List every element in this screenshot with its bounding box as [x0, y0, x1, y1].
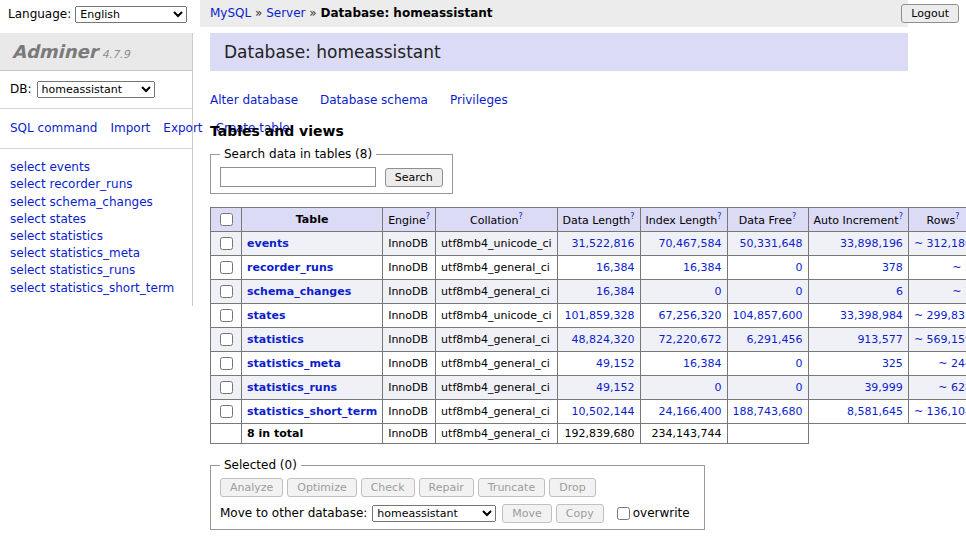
- search-input[interactable]: [220, 167, 376, 187]
- index-length-link[interactable]: 16,384: [683, 357, 722, 370]
- index-length-link[interactable]: 24,166,400: [659, 405, 722, 418]
- index-length-link[interactable]: 0: [715, 285, 722, 298]
- row-checkbox[interactable]: [220, 357, 233, 370]
- data-free-link[interactable]: 50,331,648: [740, 237, 803, 250]
- table-row: statesInnoDButf8mb4_unicode_ci101,859,32…: [211, 304, 966, 328]
- bulk-repair-button: Repair: [419, 478, 474, 497]
- auto-increment-link[interactable]: 33,398,984: [840, 309, 903, 322]
- sidebar-table-link-select-schema-changes[interactable]: select schema_changes: [10, 194, 182, 210]
- data-length-link[interactable]: 10,502,144: [572, 405, 635, 418]
- rows-link[interactable]: ~ 244: [938, 357, 966, 370]
- auto-increment-link[interactable]: 6: [896, 285, 903, 298]
- overwrite-checkbox[interactable]: [617, 507, 630, 520]
- sidebar-table-link-select-states[interactable]: select states: [10, 211, 182, 227]
- sidebar-table-link-select-statistics-runs[interactable]: select statistics_runs: [10, 262, 182, 278]
- auto-increment-link[interactable]: 325: [882, 357, 903, 370]
- rows-link[interactable]: ~ 5: [952, 261, 966, 274]
- breadcrumb-current: Database: homeassistant: [321, 6, 493, 20]
- data-free-link[interactable]: 188,743,680: [733, 405, 803, 418]
- data-length-link[interactable]: 49,152: [596, 381, 635, 394]
- data-length-link[interactable]: 31,522,816: [572, 237, 635, 250]
- sidebar: Adminer4.7.9 DB:homeassistant SQL comman…: [0, 33, 193, 306]
- data-free-link[interactable]: 6,291,456: [747, 333, 803, 346]
- sidebar-table-link-select-recorder-runs[interactable]: select recorder_runs: [10, 176, 182, 192]
- move-buttons: MoveCopy: [502, 506, 607, 520]
- sidebar-table-link-select-statistics-short-term[interactable]: select statistics_short_term: [10, 280, 182, 296]
- sidebar-table-link-select-statistics-meta[interactable]: select statistics_meta: [10, 245, 182, 261]
- select-all-checkbox[interactable]: [220, 213, 233, 226]
- table-name-link[interactable]: events: [247, 237, 289, 250]
- rows-link[interactable]: ~ 569,159: [914, 333, 966, 346]
- row-checkbox[interactable]: [220, 333, 233, 346]
- logout-button[interactable]: Logout: [901, 4, 959, 23]
- row-checkbox[interactable]: [220, 405, 233, 418]
- column-help-link[interactable]: ?: [792, 212, 796, 221]
- rows-link[interactable]: ~ 136,108: [914, 405, 966, 418]
- data-length-link[interactable]: 16,384: [596, 261, 635, 274]
- table-name-link[interactable]: statistics_meta: [247, 357, 341, 370]
- auto-increment-link[interactable]: 378: [882, 261, 903, 274]
- index-length-link[interactable]: 70,467,584: [659, 237, 722, 250]
- bulk-optimize-button: Optimize: [287, 478, 356, 497]
- index-length-link[interactable]: 67,256,320: [659, 309, 722, 322]
- move-row: Move to other database:homeassistantMove…: [220, 504, 695, 523]
- index-length-link[interactable]: 0: [715, 381, 722, 394]
- rows-link[interactable]: ~ 312,180: [914, 237, 966, 250]
- row-checkbox[interactable]: [220, 381, 233, 394]
- data-length-link[interactable]: 48,824,320: [572, 333, 635, 346]
- table-name-link[interactable]: states: [247, 309, 286, 322]
- total-label: 8 in total: [242, 424, 383, 444]
- search-button[interactable]: Search: [385, 168, 443, 187]
- data-free-link[interactable]: 104,857,600: [733, 309, 803, 322]
- sidebar-table-link-select-statistics[interactable]: select statistics: [10, 228, 182, 244]
- table-name-link[interactable]: statistics: [247, 333, 304, 346]
- row-checkbox[interactable]: [220, 237, 233, 250]
- data-free-link[interactable]: 0: [796, 261, 803, 274]
- sidebar-command-link-import[interactable]: Import: [110, 121, 150, 135]
- db-action-link-privileges[interactable]: Privileges: [450, 93, 508, 107]
- language-label: Language:: [8, 7, 71, 21]
- table-name-link[interactable]: statistics_runs: [247, 381, 337, 394]
- column-help-link[interactable]: ?: [899, 212, 903, 221]
- db-action-link-alter-database[interactable]: Alter database: [210, 93, 298, 107]
- table-name-link[interactable]: statistics_short_term: [247, 405, 377, 418]
- rows-link[interactable]: ~ 299,833: [914, 309, 966, 322]
- data-length-link[interactable]: 16,384: [596, 285, 635, 298]
- auto-increment-link[interactable]: 8,581,645: [847, 405, 903, 418]
- column-help-link[interactable]: ?: [518, 212, 522, 221]
- data-length-link[interactable]: 101,859,328: [565, 309, 635, 322]
- data-free-link[interactable]: 0: [796, 381, 803, 394]
- language-select[interactable]: English: [75, 6, 187, 23]
- auto-increment-link[interactable]: 913,577: [857, 333, 903, 346]
- move-db-select[interactable]: homeassistant: [372, 505, 496, 522]
- breadcrumb-link[interactable]: Server: [266, 6, 305, 20]
- search-fieldset: Search data in tables (8) Search: [210, 147, 453, 194]
- sidebar-command-link-export[interactable]: Export: [163, 121, 202, 135]
- db-action-link-database-schema[interactable]: Database schema: [320, 93, 428, 107]
- column-help-link[interactable]: ?: [717, 212, 721, 221]
- data-length-link[interactable]: 49,152: [596, 357, 635, 370]
- rows-link[interactable]: ~ 628: [938, 381, 966, 394]
- data-free-link[interactable]: 0: [796, 285, 803, 298]
- table-name-link[interactable]: schema_changes: [247, 285, 351, 298]
- column-help-link[interactable]: ?: [426, 212, 430, 221]
- breadcrumb-link[interactable]: MySQL: [210, 6, 251, 20]
- auto-increment-link[interactable]: 39,999: [864, 381, 903, 394]
- collation-cell: utf8mb4_general_ci: [436, 400, 557, 424]
- column-help-link[interactable]: ?: [630, 212, 634, 221]
- row-checkbox[interactable]: [220, 309, 233, 322]
- auto-increment-link[interactable]: 33,898,196: [840, 237, 903, 250]
- db-select[interactable]: homeassistant: [37, 81, 155, 98]
- sidebar-command-link-sql-command[interactable]: SQL command: [10, 121, 97, 135]
- tables-header-row: TableEngine?Collation?Data Length?Index …: [211, 208, 966, 232]
- rows-link[interactable]: ~ 3: [952, 285, 966, 298]
- index-length-link[interactable]: 16,384: [683, 261, 722, 274]
- table-name-link[interactable]: recorder_runs: [247, 261, 333, 274]
- sidebar-table-link-select-events[interactable]: select events: [10, 159, 182, 175]
- column-help-link[interactable]: ?: [955, 212, 959, 221]
- data-free-link[interactable]: 0: [796, 357, 803, 370]
- row-checkbox[interactable]: [220, 261, 233, 274]
- row-checkbox[interactable]: [220, 285, 233, 298]
- bulk-truncate-button: Truncate: [478, 478, 545, 497]
- index-length-link[interactable]: 72,220,672: [659, 333, 722, 346]
